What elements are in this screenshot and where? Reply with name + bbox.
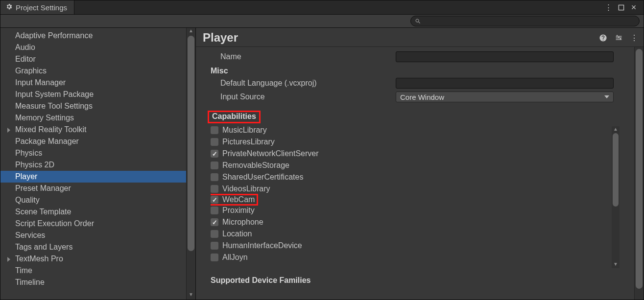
sidebar-item-label: Script Execution Order	[15, 219, 94, 228]
misc-heading: Misc	[196, 64, 634, 76]
capability-label: Proximity	[222, 206, 255, 215]
sidebar-item-editor[interactable]: Editor	[0, 53, 186, 65]
sidebar-scroll-thumb[interactable]	[188, 36, 194, 251]
sidebar-item-label: Preset Manager	[15, 184, 71, 192]
capability-privatenetworkclientserver[interactable]: PrivateNetworkClientServer	[211, 148, 611, 160]
checkbox-icon[interactable]	[211, 207, 218, 214]
tab-project-settings[interactable]: Project Settings	[0, 0, 74, 14]
checkbox-icon[interactable]	[211, 150, 218, 158]
capabilities-scroll-thumb[interactable]	[613, 133, 619, 207]
main-scroll-thumb[interactable]	[636, 49, 643, 289]
kebab-icon[interactable]: ⋮	[604, 3, 612, 11]
tab-label: Project Settings	[16, 3, 67, 12]
capability-musiclibrary[interactable]: MusicLibrary	[211, 126, 611, 136]
capability-webcam[interactable]: WebCam	[211, 195, 611, 205]
sidebar-item-textmesh-pro[interactable]: TextMesh Pro	[0, 253, 186, 265]
capability-label: MusicLibrary	[222, 126, 267, 135]
sidebar-item-adaptive-performance[interactable]: Adaptive Performance	[0, 30, 186, 42]
capability-label: WebCam	[222, 195, 255, 204]
sidebar-item-label: Physics	[15, 149, 42, 157]
sidebar-item-graphics[interactable]: Graphics	[0, 65, 186, 77]
sidebar-item-scene-template[interactable]: Scene Template	[0, 206, 186, 218]
search-input[interactable]	[410, 16, 640, 26]
main-scrollbar[interactable]	[634, 47, 644, 300]
sidebar-item-memory-settings[interactable]: Memory Settings	[0, 112, 186, 124]
capability-sharedusercertificates[interactable]: SharedUserCertificates	[211, 171, 611, 183]
checkbox-icon[interactable]	[211, 230, 218, 238]
checkbox-icon[interactable]	[211, 173, 218, 181]
name-label: Name	[220, 52, 396, 61]
sidebar-item-label: Services	[15, 231, 45, 239]
scroll-down-icon[interactable]: ▼	[187, 292, 195, 300]
kebab-icon[interactable]: ⋮	[630, 33, 639, 43]
sidebar-item-preset-manager[interactable]: Preset Manager	[0, 183, 186, 194]
checkbox-icon[interactable]	[211, 162, 218, 169]
sidebar-item-label: Memory Settings	[15, 114, 74, 122]
sidebar-item-timeline[interactable]: Timeline	[0, 277, 186, 288]
input-source-dropdown[interactable]: Core Window	[396, 92, 614, 102]
checkbox-icon[interactable]	[211, 254, 218, 261]
sidebar-item-package-manager[interactable]: Package Manager	[0, 136, 186, 147]
sidebar-item-player[interactable]: Player	[0, 171, 186, 183]
sidebar-item-measure-tool-settings[interactable]: Measure Tool Settings	[0, 100, 186, 112]
sidebar-item-label: Measure Tool Settings	[15, 102, 93, 110]
checkbox-icon[interactable]	[211, 138, 218, 146]
capability-label: Microphone	[222, 218, 263, 227]
sidebar-item-script-execution-order[interactable]: Script Execution Order	[0, 218, 186, 230]
capability-proximity[interactable]: Proximity	[211, 205, 611, 216]
sidebar-item-physics-2d[interactable]: Physics 2D	[0, 159, 186, 171]
search-icon	[415, 18, 421, 24]
sidebar-item-label: Graphics	[15, 67, 47, 75]
sidebar-item-quality[interactable]: Quality	[0, 194, 186, 206]
supported-families-heading: Supported Device Families	[196, 273, 634, 286]
sidebar-item-label: Timeline	[15, 278, 45, 286]
capabilities-scrollbar[interactable]: ▲ ▼	[612, 126, 620, 268]
close-icon[interactable]: ×	[630, 3, 638, 11]
capability-alljoyn[interactable]: AllJoyn	[211, 252, 611, 263]
name-field[interactable]	[396, 51, 614, 62]
capability-label: PrivateNetworkClientServer	[222, 149, 319, 158]
default-language-label: Default Language (.vcxproj)	[220, 79, 396, 88]
capability-humaninterfacedevice[interactable]: HumanInterfaceDevice	[211, 240, 611, 252]
checkbox-icon[interactable]	[211, 242, 218, 250]
sidebar-item-input-manager[interactable]: Input Manager	[0, 77, 186, 89]
settings-sidebar: Adaptive PerformanceAudioEditorGraphicsI…	[0, 28, 186, 300]
capability-pictureslibrary[interactable]: PicturesLibrary	[211, 136, 611, 148]
capability-microphone[interactable]: Microphone	[211, 216, 611, 228]
capability-label: HumanInterfaceDevice	[222, 241, 302, 250]
sidebar-item-mixed-reality-toolkit[interactable]: Mixed Reality Toolkit	[0, 124, 186, 136]
preset-icon[interactable]	[614, 33, 623, 43]
sidebar-item-label: Mixed Reality Toolkit	[15, 125, 87, 134]
capability-videoslibrary[interactable]: VideosLibrary	[211, 183, 611, 195]
capability-label: RemovableStorage	[222, 161, 289, 170]
sidebar-item-label: Tags and Layers	[15, 243, 72, 251]
checkbox-icon[interactable]	[211, 185, 218, 193]
maximize-icon[interactable]	[617, 3, 625, 11]
help-icon[interactable]	[598, 33, 607, 43]
capability-location[interactable]: Location	[211, 228, 611, 240]
page-title: Player	[203, 31, 598, 45]
sidebar-scrollbar[interactable]: ▲ ▼	[186, 28, 195, 300]
sidebar-item-services[interactable]: Services	[0, 230, 186, 241]
capability-label: Location	[222, 230, 252, 238]
scroll-down-icon[interactable]: ▼	[612, 261, 620, 268]
scroll-up-icon[interactable]: ▲	[612, 126, 620, 133]
sidebar-item-label: Package Manager	[15, 137, 79, 145]
sidebar-item-physics[interactable]: Physics	[0, 147, 186, 159]
scroll-up-icon[interactable]: ▲	[187, 28, 195, 36]
checkbox-icon[interactable]	[211, 196, 218, 204]
input-source-value: Core Window	[400, 93, 444, 101]
capability-removablestorage[interactable]: RemovableStorage	[211, 160, 611, 171]
sidebar-item-time[interactable]: Time	[0, 265, 186, 277]
sidebar-item-label: Player	[15, 172, 37, 181]
sidebar-item-label: Scene Template	[15, 208, 71, 216]
search-text[interactable]	[421, 17, 635, 25]
sidebar-item-audio[interactable]: Audio	[0, 42, 186, 53]
checkbox-icon[interactable]	[211, 218, 218, 226]
default-language-field[interactable]	[396, 78, 614, 89]
checkbox-icon[interactable]	[211, 126, 218, 134]
sidebar-item-tags-and-layers[interactable]: Tags and Layers	[0, 241, 186, 253]
sidebar-item-input-system-package[interactable]: Input System Package	[0, 89, 186, 100]
input-source-label: Input Source	[220, 92, 396, 101]
capabilities-list: MusicLibraryPicturesLibraryPrivateNetwor…	[211, 126, 611, 263]
